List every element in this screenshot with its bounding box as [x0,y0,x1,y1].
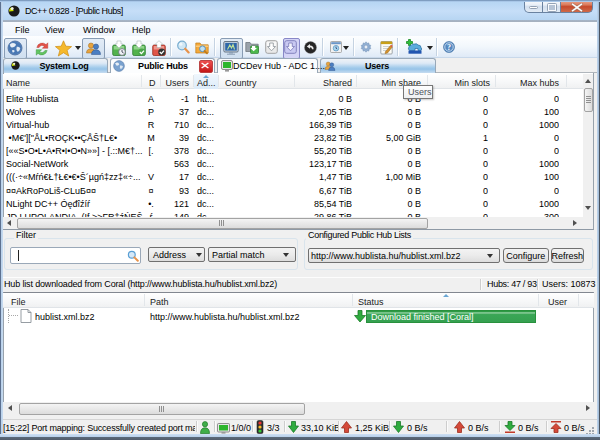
svg-text:?: ? [447,43,451,52]
